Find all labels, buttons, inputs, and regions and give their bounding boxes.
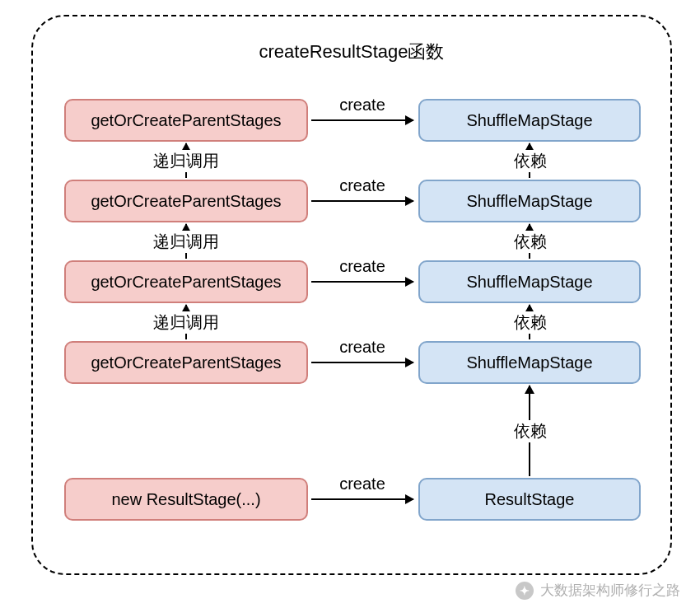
left-node-2: getOrCreateParentStages (64, 260, 308, 303)
arrow-recurse-label-1: 递归调用 (152, 231, 221, 253)
right-node-4: ResultStage (418, 478, 641, 521)
right-node-1: ShuffleMapStage (418, 180, 641, 222)
right-node-3: ShuffleMapStage (418, 341, 641, 384)
arrow-create-label-4: create (329, 475, 395, 493)
arrow-depend-label-0: 依赖 (512, 150, 548, 172)
left-node-4: new ResultStage(...) (64, 478, 308, 521)
arrow-depend-label-1: 依赖 (512, 231, 548, 253)
diagram-title: createResultStage函数 (33, 40, 670, 64)
watermark: ✦ 大数据架构师修行之路 (516, 581, 680, 600)
arrow-depend-label-3: 依赖 (512, 420, 548, 442)
arrow-create-4 (311, 498, 413, 500)
left-node-3: getOrCreateParentStages (64, 341, 308, 384)
watermark-text: 大数据架构师修行之路 (540, 581, 680, 600)
arrow-create-2 (311, 281, 413, 283)
arrow-recurse-label-0: 递归调用 (152, 150, 221, 172)
arrow-create-1 (311, 200, 413, 202)
right-node-2: ShuffleMapStage (418, 260, 641, 303)
right-node-0: ShuffleMapStage (418, 99, 641, 142)
left-node-1: getOrCreateParentStages (64, 180, 308, 222)
arrow-create-3 (311, 362, 413, 363)
diagram-frame: createResultStage函数 getOrCreateParentSta… (31, 15, 672, 575)
left-node-0: getOrCreateParentStages (64, 99, 308, 142)
arrow-create-label-3: create (329, 338, 395, 357)
wechat-icon: ✦ (516, 582, 534, 600)
arrow-create-label-0: create (329, 96, 395, 115)
arrow-create-label-2: create (329, 257, 395, 276)
arrow-depend-label-2: 依赖 (512, 311, 548, 334)
arrow-create-label-1: create (329, 176, 395, 195)
arrow-create-0 (311, 119, 413, 121)
arrow-recurse-label-2: 递归调用 (152, 311, 221, 334)
